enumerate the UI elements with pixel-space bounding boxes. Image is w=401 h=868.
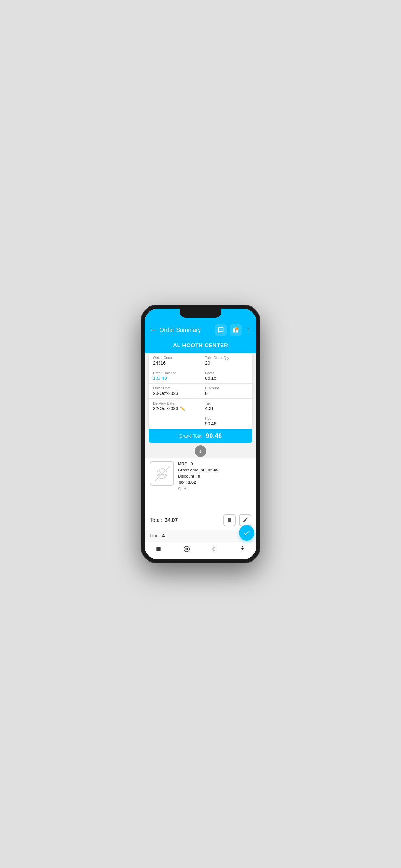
summary-card: Outlet Code 24316 Total Order Qty 20 Cre…	[149, 353, 252, 429]
grand-total-value: 90.46	[206, 432, 222, 439]
mrp-value: 0	[191, 461, 193, 466]
tax-label: Tax	[205, 401, 248, 405]
net-label: Net	[205, 416, 248, 421]
delete-button[interactable]	[223, 514, 236, 526]
empty-cell	[149, 414, 201, 429]
edit-delivery-date-icon[interactable]: ✏️	[180, 406, 185, 411]
svg-point-9	[184, 547, 189, 552]
scroll-up-button[interactable]	[195, 445, 206, 457]
store-name: AL HOOTH CENTER	[173, 342, 228, 348]
confirm-fab-button[interactable]	[239, 525, 254, 540]
net-value: 90.46	[205, 421, 248, 426]
discount-value: 0	[205, 391, 248, 396]
product-item: NO IMAGE MRP : 0 Gross amount : 32.45 Di…	[150, 461, 251, 490]
order-date-label: Order Date	[153, 386, 196, 390]
total-value: 34.07	[165, 517, 178, 523]
mrp-label: MRP :	[178, 461, 189, 466]
svg-point-10	[186, 548, 188, 550]
mrp-line: MRP : 0	[178, 461, 251, 466]
scroll-up-section	[145, 445, 256, 457]
nav-stop-button[interactable]	[155, 545, 162, 553]
order-date-cell: Order Date 20-Oct-2023	[149, 383, 201, 399]
delivery-date-label: Delivery Date	[153, 401, 196, 405]
store-banner: AL HOOTH CENTER	[145, 340, 256, 353]
product-details: MRP : 0 Gross amount : 32.45 Discount : …	[178, 461, 251, 490]
gross-value: 86.15	[205, 376, 248, 381]
total-qty-value: 20	[205, 361, 248, 366]
outlet-code-label: Outlet Code	[153, 356, 196, 360]
total-label: Total:	[150, 517, 162, 523]
line-value: 4	[162, 533, 165, 538]
gross-amount-value: 32.45	[208, 468, 219, 472]
line-label: Line:	[150, 533, 159, 538]
nav-back-button[interactable]	[211, 545, 218, 553]
svg-point-11	[242, 547, 243, 547]
total-row: Total: 34.07	[145, 510, 256, 530]
delivery-date-cell: Delivery Date 22-Oct-2023 ✏️	[149, 399, 201, 414]
page-title: Order Summary	[159, 327, 201, 334]
bottom-nav	[145, 541, 256, 559]
delivery-date-value: 22-Oct-2023	[153, 406, 178, 411]
product-discount-label: Discount :	[178, 474, 197, 478]
svg-text:!: !	[237, 328, 237, 330]
total-qty-cell: Total Order Qty 20	[201, 353, 252, 368]
product-tax-label: Tax :	[178, 480, 187, 485]
net-cell: Net 90.46	[201, 414, 252, 429]
gift-button[interactable]: !	[230, 324, 242, 336]
grand-total-label: Grand Total	[179, 433, 203, 438]
outlet-code-value: 24316	[153, 361, 196, 366]
credit-balance-cell: Credit Balance 132.49	[149, 368, 201, 383]
svg-rect-8	[157, 547, 161, 551]
product-image: NO IMAGE	[150, 461, 174, 486]
nav-home-button[interactable]	[183, 545, 190, 553]
discount-cell: Discount 0	[201, 383, 252, 399]
tax-value: 4.31	[205, 406, 248, 411]
chat-button[interactable]	[215, 324, 227, 336]
header-actions: ! ⋮	[215, 324, 251, 336]
product-discount-line: Discount : 0	[178, 474, 251, 478]
nav-accessibility-button[interactable]	[239, 545, 246, 553]
order-date-value: 20-Oct-2023	[153, 391, 196, 396]
credit-balance-label: Credit Balance	[153, 371, 196, 375]
gross-amount-label: Gross amount :	[178, 468, 207, 472]
product-tax-value: 1.62	[188, 480, 196, 485]
grand-total-bar: Grand Total 90.46	[149, 429, 252, 443]
product-tax-line: Tax : 1.62	[178, 480, 251, 485]
product-section: NO IMAGE MRP : 0 Gross amount : 32.45 Di…	[145, 458, 256, 510]
price-per-unit: @6.49	[178, 486, 251, 490]
back-button[interactable]: ←	[150, 326, 157, 334]
credit-balance-value: 132.49	[153, 376, 196, 381]
gross-cell: Gross 86.15	[201, 368, 252, 383]
total-actions	[223, 514, 251, 526]
tax-cell: Tax 4.31	[201, 399, 252, 414]
edit-button[interactable]	[239, 514, 251, 526]
product-discount-value: 0	[197, 474, 200, 478]
total-qty-label: Total Order Qty	[205, 356, 248, 360]
outlet-code-cell: Outlet Code 24316	[149, 353, 201, 368]
gross-label: Gross	[205, 371, 248, 375]
gross-amount-line: Gross amount : 32.45	[178, 468, 251, 472]
discount-label: Discount	[205, 386, 248, 390]
more-button[interactable]: ⋮	[245, 326, 251, 334]
